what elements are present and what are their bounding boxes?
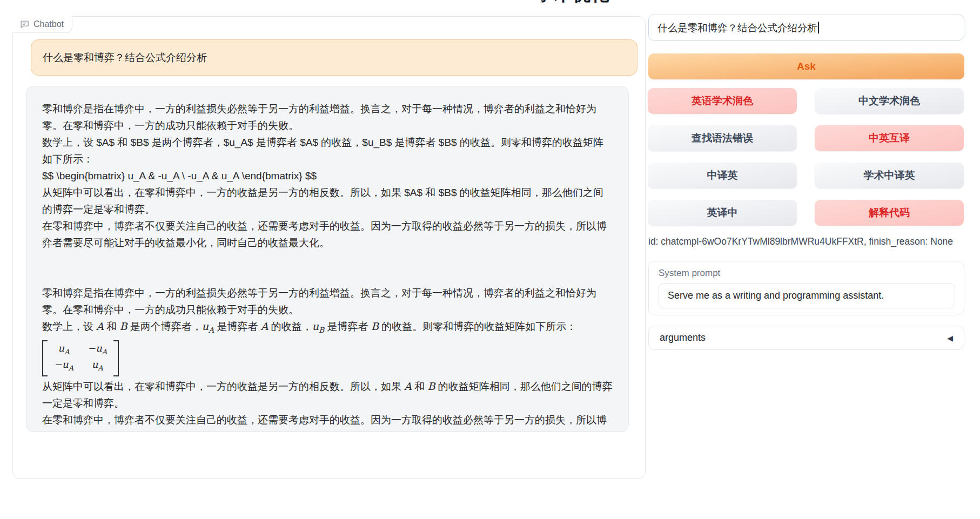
latex-matrix: uA−uA−uAuA: [42, 339, 613, 378]
assistant-paragraph: 在零和博弈中，博弈者不仅要关注自己的收益，还需要考虑对手的收益。因为一方取得的收…: [42, 412, 613, 432]
quick-action-zh-to-en[interactable]: 中译英: [648, 163, 797, 188]
assistant-message-bubble: 零和博弈是指在博弈中，一方的利益损失必然等于另一方的利益增益。换言之，对于每一种…: [26, 86, 629, 432]
arguments-accordion-label: arguments: [660, 332, 706, 343]
system-prompt-input[interactable]: [659, 283, 955, 308]
system-prompt-label: System prompt: [659, 268, 720, 279]
quick-action-en-to-zh[interactable]: 英译中: [648, 200, 797, 226]
chatbot-label-text: Chatbot: [33, 19, 64, 29]
question-input-value: 什么是零和博弈？结合公式介绍分析: [657, 21, 817, 35]
user-message-bubble: 什么是零和博弈？结合公式介绍分析: [31, 39, 637, 76]
assistant-message-content: 零和博弈是指在博弈中，一方的利益损失必然等于另一方的利益增益。换言之，对于每一种…: [42, 100, 613, 432]
text-caret: [818, 22, 819, 33]
user-message-text: 什么是零和博弈？结合公式介绍分析: [43, 51, 207, 65]
chatbot-label: Chatbot: [12, 16, 72, 33]
assistant-paragraph: 从矩阵中可以看出，在零和博弈中，一方的收益是另一方的相反数。所以，如果 $A$ …: [42, 184, 613, 218]
quick-action-academic-zh-to-en[interactable]: 学术中译英: [815, 163, 964, 188]
app-canvas: GPT 学术优化 Chatbot 什么是零和博弈？结合公式介绍分析 零和博弈是指…: [0, 0, 980, 519]
quick-actions-grid: 英语学术润色 中文学术润色 查找语法错误 中英互译 中译英 学术中译英 英译中 …: [648, 88, 964, 226]
assistant-paragraph: 数学上，设 $A$ 和 $B$ 是两个博弈者，$u_A$ 是博弈者 $A$ 的收…: [42, 134, 613, 167]
quick-action-explain-code[interactable]: 解释代码: [815, 200, 964, 226]
assistant-paragraph: $$ \begin{bmatrix} u_A & -u_A \ -u_A & u…: [42, 167, 613, 184]
quick-action-zh-en-mutual-translate[interactable]: 中英互译: [815, 125, 964, 151]
quick-action-english-academic-polish[interactable]: 英语学术润色: [648, 88, 797, 114]
assistant-paragraph: 从矩阵中可以看出，在零和博弈中，一方的收益是另一方的相反数。所以，如果 A 和 …: [42, 378, 613, 412]
ask-button[interactable]: Ask: [648, 53, 964, 79]
quick-action-chinese-academic-polish[interactable]: 中文学术润色: [815, 88, 964, 114]
assistant-paragraph: 在零和博弈中，博弈者不仅要关注自己的收益，还需要考虑对手的收益。因为一方取得的收…: [42, 218, 613, 251]
chatbot-panel: Chatbot 什么是零和博弈？结合公式介绍分析 零和博弈是指在博弈中，一方的利…: [12, 16, 646, 479]
page-title: GPT 学术优化: [443, 0, 659, 6]
assistant-paragraph: 数学上，设 A 和 B 是两个博弈者，uA 是博弈者 A 的收益，uB 是博弈者…: [42, 318, 613, 339]
system-prompt-group: System prompt: [648, 261, 964, 315]
quick-action-find-grammar-errors[interactable]: 查找语法错误: [648, 125, 797, 151]
assistant-paragraph: 零和博弈是指在博弈中，一方的利益损失必然等于另一方的利益增益。换言之，对于每一种…: [42, 285, 613, 318]
accordion-collapse-icon: ◀: [947, 334, 953, 342]
assistant-paragraph: 零和博弈是指在博弈中，一方的利益损失必然等于另一方的利益增益。换言之，对于每一种…: [42, 100, 613, 134]
question-input[interactable]: 什么是零和博弈？结合公式介绍分析: [648, 15, 964, 41]
response-status-line: id: chatcmpl-6wOo7KrYTwMl89lbrMWRu4UkFFX…: [648, 236, 972, 247]
paragraph-spacer: [42, 251, 613, 285]
arguments-accordion[interactable]: arguments ◀: [648, 326, 964, 350]
chat-bubble-icon: [19, 19, 29, 29]
